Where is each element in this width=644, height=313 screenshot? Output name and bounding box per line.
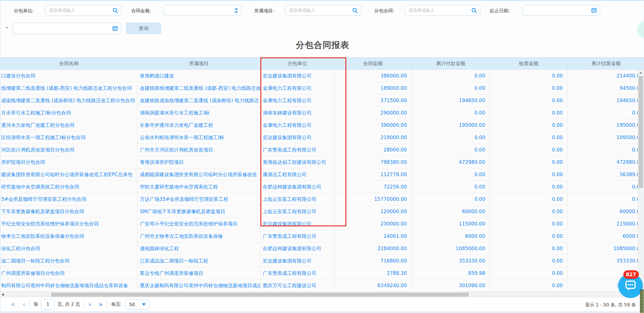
cell-contract-amount: 386000.00	[334, 70, 412, 82]
cell-contract-name[interactable]: 油二期项目一标段工程分包合同	[1, 255, 138, 267]
subcontract-input[interactable]: 请选择或输入	[405, 5, 480, 16]
scroll-up-icon[interactable]	[638, 70, 644, 75]
contract-amount-input[interactable]	[163, 5, 241, 16]
cell-subcontractor: 宏达建设集团有限公司	[260, 131, 334, 143]
col-header-contract-name: 合同名称	[1, 58, 138, 69]
cell-project: SM广场地下车库更换摄像机及硬盘项目	[138, 205, 260, 217]
cell-paid-amount: 0.00	[412, 193, 490, 205]
cell-contract-amount: 28000.00	[334, 144, 412, 156]
cell-subcontractor: 康源达工程有限公司	[260, 168, 334, 180]
cell-paid-amount: 0.00	[412, 107, 490, 119]
cell-project: 长春市伊通河水力发电厂改建工程	[138, 119, 260, 131]
calendar-icon[interactable]	[591, 7, 597, 13]
cell-settled-amount: 1085000.00	[568, 242, 644, 254]
cell-contract-amount: 716800.00	[334, 255, 412, 267]
number-stepper[interactable]	[235, 7, 238, 13]
cell-contract-name[interactable]: 物考古工地安防系统设备保修分包合同	[1, 230, 138, 242]
per-page-select[interactable]: 50	[125, 299, 150, 310]
cell-project: 云南水利枢纽潜明水库一期工程施工I标	[138, 131, 260, 143]
last-page-button[interactable]: »	[98, 301, 103, 308]
cell-paid-amount: 0.00	[412, 144, 490, 156]
cell-contract-name[interactable]: 建设集团投资有限公司临时办公场所装修改造工程EPC总承包	[1, 168, 138, 180]
cell-contract-name[interactable]: 河区统计局机房改造项目分包合同	[1, 144, 138, 156]
cell-contract-name[interactable]: 制药有限公司亳州中药材仓储物流基地项目成品仓库和设备	[1, 279, 138, 291]
cell-contract-name[interactable]: 5#会所及咖啡厅空调安装工程分包合同	[1, 193, 138, 205]
pagination-bar: « ‹ 第 1 页, 共 2 页 › » 每页: 50 显示 1 - 50 条,…	[1, 297, 644, 312]
table-row: 制药有限公司亳州中药材仓储物流基地项目成品仓库和设备重庆太极制药有限公司亳州中药…	[1, 279, 644, 292]
report-table: 合同名称 所属项目 分包单位 合同金额 累计付款金额 收票金额 累计结算金额 口…	[1, 57, 644, 292]
cell-paid-amount: 859.98	[412, 267, 490, 279]
chevron-down-icon	[142, 303, 146, 306]
cell-contract-name[interactable]: 广州调度所装修项目分包合同	[1, 267, 138, 279]
table-row: 养护院项目分包合同青海洪湖养护院项目青海临达创工程建设有限公司798380.00…	[1, 156, 644, 168]
cell-paid-amount: 472980.00	[412, 156, 490, 168]
next-page-button[interactable]: ›	[88, 301, 91, 308]
project-input[interactable]: 请选择或输入	[285, 5, 361, 16]
cell-invoice-amount: 0.00	[490, 168, 568, 180]
cell-subcontractor: 上临云安装工程有限公司	[260, 193, 334, 205]
cell-settled-amount: 109500.00	[568, 131, 644, 143]
cell-subcontractor: 金康电力工程有限公司	[260, 119, 334, 131]
horizontal-scrollbar-thumb[interactable]	[51, 293, 469, 297]
cell-invoice-amount: 0.00	[490, 131, 568, 143]
divider	[29, 301, 30, 308]
cell-paid-amount: 194650.00	[412, 94, 490, 106]
query-button[interactable]: 查询	[126, 23, 161, 34]
prev-page-button[interactable]: ‹	[23, 301, 26, 308]
cell-invoice-amount: 0.00	[490, 255, 568, 267]
cell-paid-amount: 115000.00	[412, 218, 490, 230]
page-number-input[interactable]: 1	[41, 299, 55, 310]
corner-widget	[640, 289, 644, 313]
cell-paid-amount: 1085000.00	[412, 242, 490, 254]
cell-project: 广安邓小平纪念馆安全防范系统维护保养项目	[138, 218, 260, 230]
cell-settled-amount: 6000.00	[568, 230, 644, 242]
scroll-left-icon[interactable]	[2, 293, 4, 296]
cell-paid-amount: 301090.00	[412, 279, 490, 291]
cell-invoice-amount: 0.00	[490, 94, 568, 106]
horizontal-scrollbar[interactable]	[1, 292, 638, 297]
cell-contract-amount: 15770000.00	[334, 193, 412, 205]
col-header-paid-amount: 累计付款金额	[412, 58, 490, 69]
cell-project: 改建铁路成渝线增建第二直通线 (成渝枢纽) 电力线路迁	[138, 94, 260, 106]
cell-contract-name[interactable]: 绿化工程分包合同	[1, 242, 138, 254]
cell-contract-name[interactable]: 线增建第二线直通线 (成都-西安) 电力线路迁改工程分包合同	[1, 82, 138, 94]
cell-contract-name[interactable]: 研究基地中央空调系统工程分包合同	[1, 181, 138, 193]
search-icon[interactable]	[471, 7, 477, 13]
stepper-up-icon[interactable]	[235, 7, 238, 10]
vertical-scrollbar-thumb[interactable]	[639, 76, 643, 188]
date-from-input[interactable]	[523, 5, 600, 16]
cell-settled-amount: 194650.00	[568, 94, 644, 106]
stepper-down-icon[interactable]	[235, 11, 238, 13]
cell-invoice-amount: 0.00	[490, 193, 568, 205]
cell-contract-name[interactable]: 平纪念馆安全防范系统维护保养项目分包合同	[1, 218, 138, 230]
cell-invoice-amount: 0.00	[490, 82, 568, 94]
calendar-icon[interactable]	[112, 26, 118, 31]
cell-contract-name[interactable]: 口建设分包合同	[1, 70, 138, 82]
cell-invoice-amount: 0.00	[490, 70, 568, 82]
cell-contract-name[interactable]: 成渝线增建第二直通线 (成渝枢纽) 电力线路迁改工程分包合同	[1, 94, 138, 106]
search-icon[interactable]	[112, 7, 118, 13]
cell-project: 青海洪湖养护院项目	[138, 156, 260, 168]
subcontract-unit-input[interactable]: 请选择或输入	[45, 5, 121, 16]
table-row: 5#会所及咖啡厅空调安装工程分包合同万达广场35#会所及咖啡厅空调安装工程上临云…	[1, 193, 644, 205]
vertical-scrollbar[interactable]	[638, 70, 644, 292]
col-header-settled-amount: 累计结算金额	[568, 58, 644, 69]
cell-contract-name[interactable]: 下车库更换摄像机及硬盘项目分包合同	[1, 205, 138, 217]
col-header-contract-amount: 合同金额	[334, 58, 412, 69]
cell-contract-name[interactable]: 养护院项目分包合同	[1, 156, 138, 168]
subcontract-unit-placeholder: 请选择或输入	[49, 8, 112, 13]
contract-amount-label: 合同金额:	[131, 8, 151, 14]
per-page-value: 50	[129, 302, 142, 307]
search-icon[interactable]	[352, 7, 358, 13]
cell-contract-name[interactable]: 通河水力发电厂改建工程分包合同	[1, 119, 138, 131]
cell-contract-name[interactable]: 月水库引水工程施工I标分包合同	[1, 107, 138, 119]
cell-subcontractor: 青海临达创工程建设有限公司	[260, 156, 334, 168]
cell-contract-name[interactable]: 区纽潜明水库一期工程施工I标分包合同	[1, 131, 138, 143]
table-row: 通河水力发电厂改建工程分包合同长春市伊通河水力发电厂改建工程金康电力工程有限公司…	[1, 119, 644, 131]
first-page-button[interactable]: «	[11, 301, 15, 308]
table-row: 成渝线增建第二直通线 (成渝枢纽) 电力线路迁改工程分包合同改建铁路成渝线增建第…	[1, 94, 644, 107]
cell-invoice-amount: 0.00	[490, 218, 568, 230]
date-to-input[interactable]	[13, 23, 121, 34]
cell-invoice-amount: 0.00	[490, 156, 568, 168]
cell-subcontractor: 广东赞美成工程有限公司	[260, 230, 334, 242]
